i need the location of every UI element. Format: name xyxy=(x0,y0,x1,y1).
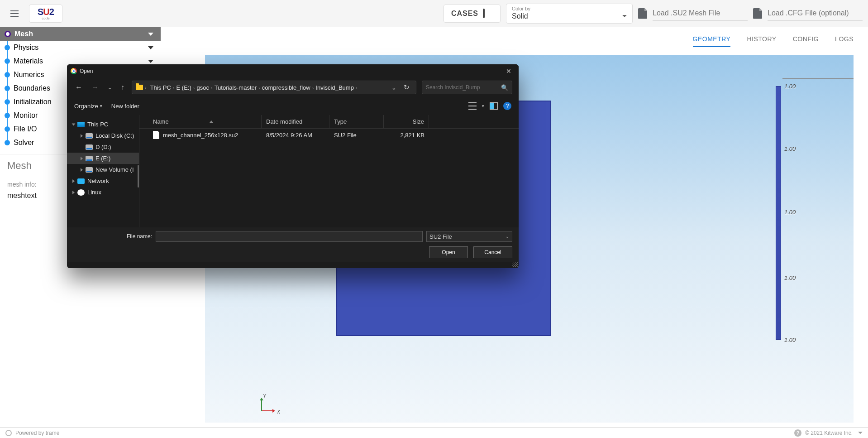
tree-item[interactable]: E (E:) xyxy=(67,153,139,164)
view-dropdown[interactable]: ▾ xyxy=(482,104,484,108)
tree-label: E (E:) xyxy=(95,155,110,162)
chevron-icon xyxy=(81,134,83,138)
bullet-icon xyxy=(5,58,10,64)
tree-item[interactable]: New Volume (I xyxy=(67,164,139,175)
help-button[interactable]: ? xyxy=(503,102,511,110)
breadcrumb-item[interactable]: E (E:) xyxy=(175,83,193,92)
breadcrumb-item[interactable]: Inviscid_Bump xyxy=(314,83,356,92)
colorby-select[interactable]: Color by Solid xyxy=(506,4,633,24)
colorbar-tick: 1.00 xyxy=(784,145,796,152)
bullet-icon xyxy=(5,72,10,77)
folder-stack-icon xyxy=(483,10,493,18)
col-type[interactable]: Type xyxy=(329,115,384,128)
logo-2: 2 xyxy=(49,7,54,17)
dropdown-icon[interactable] xyxy=(858,432,863,434)
dialog-navbar: ← → ⌄ ↑ › This PC›E (E:)›gsoc›Tutorials-… xyxy=(67,78,519,97)
close-button[interactable]: ✕ xyxy=(502,66,515,77)
filename-input[interactable] xyxy=(156,231,423,242)
colorbar-tick: 1.00 xyxy=(784,83,796,90)
dialog-titlebar[interactable]: Open ✕ xyxy=(67,64,519,78)
search-icon: 🔍 xyxy=(501,84,508,91)
cases-button[interactable]: CASES xyxy=(444,5,501,23)
menu-button[interactable] xyxy=(5,5,24,23)
view-mode-button[interactable] xyxy=(468,102,477,110)
file-open-dialog: Open ✕ ← → ⌄ ↑ › This PC›E (E:)›gsoc›Tut… xyxy=(67,64,519,268)
file-list: Name Date modified Type Size mesh_channe… xyxy=(139,115,519,227)
chrome-icon xyxy=(71,68,77,74)
open-button[interactable]: Open xyxy=(429,246,468,258)
file-row[interactable]: mesh_channel_256x128.su28/5/2024 9:26 AM… xyxy=(139,129,519,141)
col-name[interactable]: Name xyxy=(139,115,262,128)
search-input[interactable] xyxy=(426,84,501,91)
breadcrumb-bar[interactable]: › This PC›E (E:)›gsoc›Tutorials-master›c… xyxy=(132,81,416,94)
tab-logs[interactable]: LOGS xyxy=(835,35,854,47)
organize-button[interactable]: Organize ▾ xyxy=(74,103,102,110)
tree-item[interactable]: Network xyxy=(67,175,139,187)
forward-button[interactable]: → xyxy=(90,82,100,93)
filetype-select[interactable]: SU2 File⌄ xyxy=(426,231,512,242)
tree-item[interactable]: Linux xyxy=(67,187,139,198)
disk-icon xyxy=(86,133,93,139)
colorbar-tick: 1.00 xyxy=(784,209,796,216)
breadcrumb-item[interactable]: gsoc xyxy=(195,83,210,92)
cfg-file-input[interactable] xyxy=(768,6,863,20)
tab-geometry[interactable]: GEOMETRY xyxy=(693,35,731,47)
colorby-label: Color by xyxy=(512,6,627,11)
chevron-down-icon xyxy=(148,46,153,49)
tab-config[interactable]: CONFIG xyxy=(793,35,819,47)
file-type: SU2 File xyxy=(329,129,384,141)
tree-item[interactable]: D (D:) xyxy=(67,141,139,153)
back-button[interactable]: ← xyxy=(73,82,84,93)
file-icon xyxy=(638,8,647,19)
pc-icon xyxy=(77,122,85,127)
file-icon xyxy=(153,131,159,139)
mesh-file-input[interactable] xyxy=(653,6,748,20)
disk-icon xyxy=(86,144,93,150)
bullet-icon xyxy=(5,113,10,118)
cancel-button[interactable]: Cancel xyxy=(473,246,512,258)
dropdown-icon xyxy=(622,15,627,17)
refresh-button[interactable]: ↻ xyxy=(401,83,412,91)
tree-scrollbar[interactable] xyxy=(138,165,139,188)
file-name: mesh_channel_256x128.su2 xyxy=(163,132,238,139)
breadcrumb-dropdown[interactable]: ⌄ xyxy=(389,84,399,91)
file-icon xyxy=(753,8,762,19)
col-size[interactable]: Size xyxy=(384,115,429,128)
breadcrumb-item[interactable]: Tutorials-master xyxy=(213,83,258,92)
up-button[interactable]: ↑ xyxy=(119,82,126,93)
file-date: 8/5/2024 9:26 AM xyxy=(262,129,329,141)
help-icon[interactable]: ? xyxy=(794,429,801,437)
preview-pane-button[interactable] xyxy=(490,102,498,110)
nav-item-mesh[interactable]: Mesh xyxy=(0,27,161,41)
tree-item[interactable]: Local Disk (C:) xyxy=(67,130,139,141)
tree-label: Linux xyxy=(87,189,101,196)
cases-label: CASES xyxy=(451,10,478,18)
app-logo[interactable]: SU2 code xyxy=(29,5,62,23)
axis-x-label: X xyxy=(277,409,280,414)
dialog-toolbar: Organize ▾ New folder ▾ ? xyxy=(67,97,519,115)
col-date[interactable]: Date modified xyxy=(262,115,329,128)
colorbar-tick: 1.00 xyxy=(784,337,796,343)
bullet-icon xyxy=(5,99,10,105)
net-icon xyxy=(77,178,85,184)
recent-button[interactable]: ⌄ xyxy=(106,83,114,92)
bullet-icon xyxy=(5,31,11,37)
chevron-right-icon: › xyxy=(356,85,358,91)
tree-label: Local Disk (C:) xyxy=(95,132,134,139)
tab-history[interactable]: HISTORY xyxy=(747,35,776,47)
tree-item[interactable]: This PC xyxy=(67,119,139,130)
nav-item-physics[interactable]: Physics xyxy=(0,41,161,54)
chevron-icon xyxy=(72,123,76,125)
breadcrumb-item[interactable]: This PC xyxy=(148,83,173,92)
resize-grip[interactable] xyxy=(512,262,518,267)
nav-label: Physics xyxy=(14,43,144,52)
new-folder-button[interactable]: New folder xyxy=(111,103,139,110)
tab-bar: GEOMETRYHISTORYCONFIGLOGS xyxy=(183,27,868,55)
colorbar: 1.00 1.00 1.00 1.00 1.00 xyxy=(776,86,781,340)
chevron-icon xyxy=(72,179,75,183)
breadcrumb-item[interactable]: compressible_flow xyxy=(260,83,312,92)
tree-label: New Volume (I xyxy=(95,166,134,173)
search-box[interactable]: 🔍 xyxy=(422,81,512,94)
folder-icon xyxy=(136,85,143,90)
tree-label: This PC xyxy=(87,121,108,128)
